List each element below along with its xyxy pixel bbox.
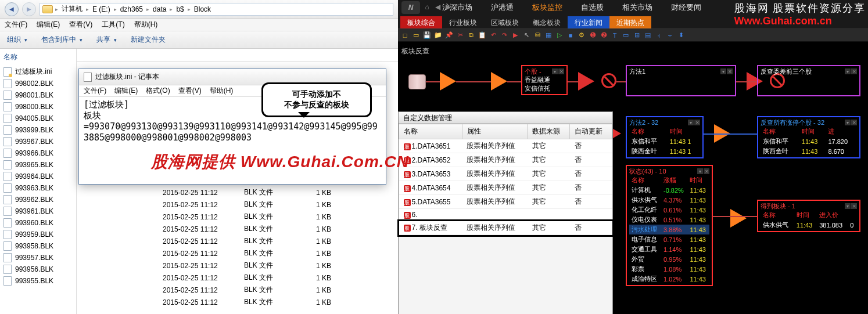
menu-tools[interactable]: 工具(T) [102,20,124,30]
bc-folder-2[interactable]: data [152,5,167,13]
app-tab[interactable]: 相关市场 [613,0,662,16]
tool-text-icon[interactable]: T [610,31,619,40]
home-icon[interactable]: ⌂ [422,2,432,12]
tool-badge1-icon[interactable]: ➊ [588,31,597,40]
block-status[interactable]: 状态(43) - 10▾✕ 名称涨幅时间计算机-0.82%11:43供水供气4.… [626,165,713,286]
tb-newfolder[interactable]: 新建文件夹 [131,35,166,45]
tool-dist-icon[interactable]: ⬍ [676,31,686,40]
min-icon[interactable]: ▾ [845,120,851,125]
close-icon[interactable]: ✕ [727,68,733,74]
app-tab[interactable]: 沪港通 [482,0,523,16]
tool-cut-icon[interactable]: ✂ [455,31,465,40]
file-item[interactable]: 998000.BLK [3,101,73,113]
block-gegu[interactable]: 个股 -▾✕ 香益融通安信信托 [521,65,568,95]
triangle-node-7[interactable] [730,209,747,228]
min-icon[interactable]: ▾ [697,168,703,174]
menu-view[interactable]: 查看(V) [69,20,92,30]
forward-icon[interactable]: ▶ [443,2,453,12]
custom-data-manager[interactable]: 自定义数据管理 名称 属性 数据来源 自动更新 股1.DATA3651股票相关序… [398,111,613,314]
cdm-row[interactable]: 股7. 板块反查股票相关序列值其它否 [399,221,612,235]
block-ff2[interactable]: 方法2 - 32▾✕ 名称时间 东信和平11:43 1 陕西金叶11:43 1 [626,116,704,158]
block-fczt[interactable]: 反查所有涨停个股 - 32▾✕ 名称时间进 东信和平11:4317.820 陕西… [757,116,860,158]
menu-help[interactable]: 帮助(H) [134,20,158,30]
nav-back-button[interactable]: ◀ [5,2,19,16]
app-tab[interactable]: 自选股 [572,0,613,16]
cdm-row[interactable]: 股3.DATA3653股票相关序列值其它否 [399,167,612,181]
close-icon[interactable]: ✕ [558,68,564,74]
back-icon[interactable]: ◀ [433,2,442,12]
np-menu-help[interactable]: 帮助(H) [210,86,234,96]
sub-tab[interactable]: 行业新闻 [568,16,609,28]
np-menu-view[interactable]: 查看(V) [178,86,202,96]
triangle-node-1[interactable]: 设 [440,72,456,91]
tool-align-icon[interactable]: ⫞ [654,31,663,40]
app-logo-icon[interactable]: N [401,1,420,14]
bc-computer[interactable]: 计算机 [60,4,84,14]
sub-tab[interactable]: 行业板块 [442,16,484,28]
triangle-node-2[interactable] [491,72,507,91]
tool-pin-icon[interactable]: 📌 [444,31,454,40]
block-ddbk[interactable]: 得到板块 - 1▾✕ 名称时间进入价 供水供气11:43381.0830 [757,200,860,232]
sub-tab[interactable]: 区域板块 [484,16,526,28]
min-icon[interactable]: ▾ [845,68,851,74]
cdm-row[interactable]: 股2.DATA3652股票相关序列值其它否 [399,153,612,167]
list-row[interactable]: 2015-02-25 11:12BLK 文件1 KB [77,272,398,284]
bc-folder-1[interactable]: dzh365 [119,5,144,13]
file-item[interactable]: 993955.BLK [3,275,73,287]
tool-redo-icon[interactable]: ↷ [500,31,509,40]
sub-tab[interactable]: 概念板块 [526,16,568,28]
file-item[interactable]: 993962.BLK [3,194,73,205]
tool-badge2-icon[interactable]: ➋ [599,31,608,40]
sidebar-header[interactable]: 名称 [3,52,73,62]
list-row[interactable]: 2015-02-25 11:12BLK 文件1 KB [77,186,398,198]
file-item[interactable]: 993959.BLK [3,229,73,240]
file-item[interactable]: 994005.BLK [3,113,73,124]
list-row[interactable]: 2015-02-25 11:12BLK 文件1 KB [77,247,398,259]
tool-gear-icon[interactable]: ⚙ [577,31,586,40]
list-row[interactable]: 2015-02-25 11:12BLK 文件1 KB [77,259,398,272]
file-item[interactable]: 993957.BLK [3,252,73,264]
cdm-row[interactable]: 股6. [399,209,612,221]
file-item[interactable]: 993999.BLK [3,124,73,136]
tool-window-icon[interactable]: ⊞ [632,31,641,40]
tool-new-icon[interactable]: □ [400,31,410,40]
cdm-header[interactable]: 名称 [399,124,462,139]
tool-db-icon[interactable]: ⛁ [533,31,542,40]
cdm-row[interactable]: 股1.DATA3651股票相关序列值其它否 [399,139,612,153]
cylinder-node[interactable] [408,74,426,89]
close-icon[interactable]: ✕ [694,120,700,125]
min-icon[interactable]: ▾ [552,68,558,74]
sub-tab[interactable]: 近期热点 [609,16,651,28]
min-icon[interactable]: ▾ [688,120,694,125]
tool-cursor-icon[interactable]: ↖ [522,31,531,40]
prohibit-icon[interactable] [601,73,616,88]
min-icon[interactable]: ▾ [845,203,851,209]
block-fc3[interactable]: 反查委差前三个股▾✕ [757,65,860,96]
list-row[interactable]: 2015-02-25 11:12BLK 文件1 KB [77,198,398,211]
list-row[interactable]: 2015-02-25 11:12BLK 文件1 KB [77,235,398,247]
nav-forward-button[interactable]: ▶ [22,2,36,16]
file-item[interactable]: 998002.BLK [3,78,73,89]
np-menu-edit[interactable]: 编辑(E) [114,86,138,96]
tool-play-icon[interactable]: ▶ [511,31,520,40]
file-item[interactable]: 993958.BLK [3,240,73,252]
file-item[interactable]: 993961.BLK [3,205,73,217]
tool-paste-icon[interactable]: 📋 [478,31,487,40]
close-icon[interactable]: ✕ [851,120,857,125]
tool-valign-icon[interactable]: ⫟ [665,31,675,40]
close-icon[interactable]: ✕ [704,168,709,174]
breadcrumb[interactable]: ▸计算机 ▸E (E:) ▸dzh365 ▸data ▸b$ ▸Block [40,3,393,16]
list-header[interactable] [77,49,398,62]
np-menu-format[interactable]: 格式(O) [146,86,170,96]
cdm-header[interactable]: 属性 [462,124,527,139]
block-ff1[interactable]: 方法1▾✕ [626,65,736,96]
tb-organize[interactable]: 组织 [7,35,27,45]
tool-panel-icon[interactable]: ▤ [643,31,652,40]
cdm-row[interactable]: 股5.DATA3655股票相关序列值其它否 [399,195,612,209]
tool-open-icon[interactable]: ▭ [411,31,421,40]
tool-folder-icon[interactable]: 📁 [433,31,443,40]
list-row[interactable]: 2015-02-25 11:12BLK 文件1 KB [77,284,398,296]
tool-undo-icon[interactable]: ↶ [489,31,498,40]
file-item[interactable]: 993956.BLK [3,264,73,275]
menu-file[interactable]: 文件(F) [5,20,27,30]
